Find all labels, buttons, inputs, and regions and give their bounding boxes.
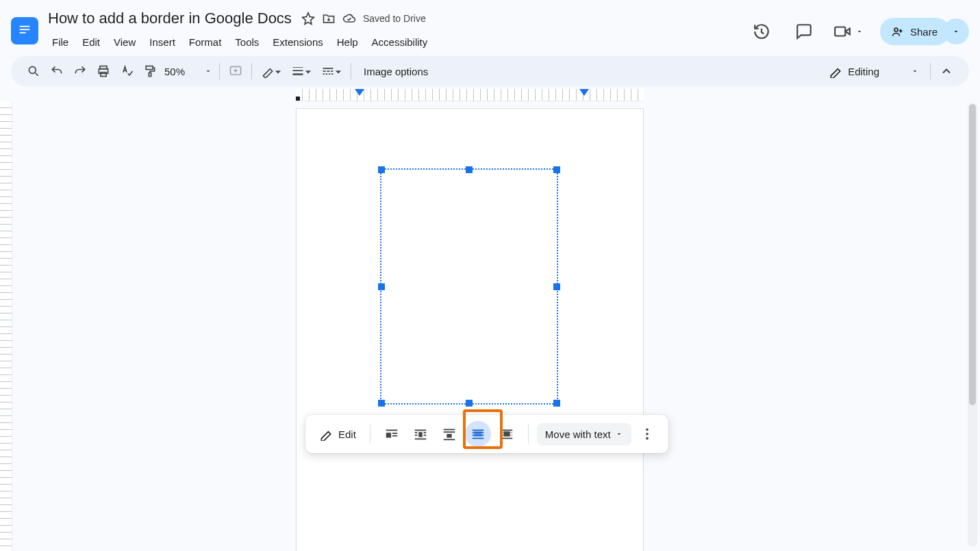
version-history-icon[interactable] xyxy=(749,18,775,44)
cloud-saved-icon[interactable] xyxy=(342,12,356,25)
resize-handle[interactable] xyxy=(553,283,560,290)
behind-text-icon[interactable] xyxy=(465,421,491,447)
horizontal-ruler[interactable] xyxy=(296,89,644,101)
document-title[interactable]: How to add a border in Google Docs xyxy=(45,8,294,29)
svg-point-4 xyxy=(894,28,898,31)
spellcheck-icon[interactable] xyxy=(115,60,138,83)
share-button[interactable]: Share xyxy=(880,18,950,45)
workspace: Edit Move with text xyxy=(0,89,980,551)
svg-rect-48 xyxy=(473,435,484,436)
svg-rect-2 xyxy=(20,32,26,34)
document-page[interactable] xyxy=(296,108,644,551)
search-menus-icon[interactable] xyxy=(22,60,45,83)
menu-tools[interactable]: Tools xyxy=(229,34,264,51)
share-label: Share xyxy=(910,26,938,38)
svg-rect-16 xyxy=(323,71,326,72)
menu-file[interactable]: File xyxy=(47,34,74,51)
paint-format-icon[interactable] xyxy=(138,60,162,83)
border-dash-icon[interactable] xyxy=(316,60,340,83)
move-with-text-button[interactable]: Move with text xyxy=(537,423,631,446)
editing-mode-label: Editing xyxy=(848,66,879,77)
comments-icon[interactable] xyxy=(791,18,817,44)
selected-image[interactable] xyxy=(380,168,558,405)
svg-rect-54 xyxy=(501,438,513,439)
print-icon[interactable] xyxy=(92,60,115,83)
svg-rect-10 xyxy=(149,73,151,77)
menubar: File Edit View Insert Format Tools Exten… xyxy=(45,31,433,53)
svg-rect-41 xyxy=(444,429,455,431)
meet-button[interactable] xyxy=(833,23,864,40)
menu-view[interactable]: View xyxy=(108,34,141,51)
svg-rect-45 xyxy=(473,430,484,431)
svg-rect-0 xyxy=(20,26,30,27)
zoom-value: 50% xyxy=(164,66,185,77)
undo-icon[interactable] xyxy=(45,60,68,83)
svg-rect-40 xyxy=(415,438,427,439)
indent-marker-right[interactable] xyxy=(579,89,589,96)
vertical-scrollbar[interactable] xyxy=(968,103,977,547)
move-to-folder-icon[interactable] xyxy=(322,12,336,25)
resize-handle[interactable] xyxy=(466,400,473,407)
svg-rect-3 xyxy=(835,27,845,36)
scrollbar-thumb[interactable] xyxy=(969,104,976,405)
svg-point-56 xyxy=(646,433,649,435)
svg-rect-32 xyxy=(392,435,397,437)
svg-rect-20 xyxy=(326,73,328,75)
edit-label: Edit xyxy=(338,428,356,440)
vertical-ruler[interactable] xyxy=(0,101,12,551)
svg-rect-17 xyxy=(327,71,329,72)
image-floating-toolbar: Edit Move with text xyxy=(305,415,668,453)
menu-insert[interactable]: Insert xyxy=(144,34,181,51)
svg-rect-9 xyxy=(146,66,153,70)
menu-edit[interactable]: Edit xyxy=(77,34,105,51)
svg-rect-44 xyxy=(444,439,455,440)
menu-extensions[interactable]: Extensions xyxy=(267,34,328,51)
resize-handle[interactable] xyxy=(378,283,385,290)
resize-handle[interactable] xyxy=(553,400,560,407)
wrap-text-icon[interactable] xyxy=(407,421,434,447)
svg-rect-34 xyxy=(415,430,427,431)
image-options-button[interactable]: Image options xyxy=(355,66,436,77)
svg-rect-30 xyxy=(386,433,391,437)
editing-mode-button[interactable]: Editing xyxy=(822,64,926,78)
indent-marker-left[interactable] xyxy=(355,89,364,96)
resize-handle[interactable] xyxy=(466,166,473,173)
svg-rect-53 xyxy=(501,435,513,436)
resize-handle[interactable] xyxy=(378,166,385,173)
menu-accessibility[interactable]: Accessibility xyxy=(366,34,434,51)
move-mode-label: Move with text xyxy=(545,428,611,440)
svg-rect-42 xyxy=(444,431,455,433)
resize-handle[interactable] xyxy=(553,166,560,173)
edit-image-button[interactable]: Edit xyxy=(314,427,362,441)
svg-rect-31 xyxy=(392,433,397,434)
in-front-of-text-icon[interactable] xyxy=(494,421,520,447)
svg-point-57 xyxy=(646,437,649,440)
svg-rect-19 xyxy=(323,73,325,75)
svg-rect-35 xyxy=(415,432,418,433)
svg-rect-50 xyxy=(501,430,513,431)
collapse-toolbar-icon[interactable] xyxy=(935,60,958,83)
redo-icon[interactable] xyxy=(68,60,92,83)
svg-point-55 xyxy=(646,428,649,431)
toolbar: 50% Image options Editing xyxy=(11,56,969,86)
inline-wrap-icon[interactable] xyxy=(379,421,405,447)
svg-rect-47 xyxy=(473,432,484,433)
more-options-icon[interactable] xyxy=(634,421,660,447)
svg-rect-21 xyxy=(329,73,331,75)
border-color-icon[interactable] xyxy=(256,60,279,83)
add-comment-icon[interactable] xyxy=(224,60,247,83)
star-icon[interactable] xyxy=(301,12,315,25)
menu-help[interactable]: Help xyxy=(331,34,364,51)
docs-logo[interactable] xyxy=(11,17,38,44)
zoom-select[interactable]: 50% xyxy=(162,66,215,77)
svg-rect-38 xyxy=(415,435,418,436)
svg-rect-43 xyxy=(447,434,451,438)
menu-format[interactable]: Format xyxy=(184,34,227,51)
share-dropdown[interactable] xyxy=(943,18,969,44)
svg-rect-37 xyxy=(423,432,426,433)
svg-rect-36 xyxy=(418,432,423,437)
border-weight-icon[interactable] xyxy=(286,60,310,83)
resize-handle[interactable] xyxy=(378,400,385,407)
svg-point-5 xyxy=(29,66,36,73)
break-text-icon[interactable] xyxy=(436,421,462,447)
